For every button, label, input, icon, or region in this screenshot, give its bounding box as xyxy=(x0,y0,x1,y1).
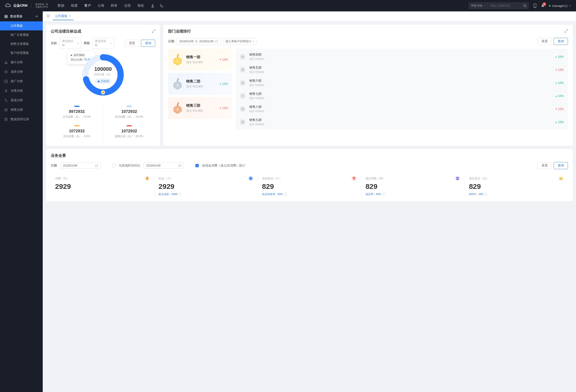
help-icon[interactable]: ? xyxy=(178,193,181,196)
date2-input[interactable]: 2018/01/08 xyxy=(144,162,184,169)
help-icon[interactable]: ? xyxy=(382,193,385,196)
logo-subtitle: 教育机构一站 式服务云平台 xyxy=(35,3,48,8)
phone-icon[interactable] xyxy=(160,4,164,8)
metric-value: 1072932 xyxy=(53,129,101,133)
rank-name: 销售四部 xyxy=(249,53,264,57)
topmenu-item[interactable]: 客户 xyxy=(84,3,91,8)
rank-list-item[interactable]: 5销售五部流水 ¥19020▼ 12% xyxy=(235,63,568,76)
topmenu-item[interactable]: 运营 xyxy=(124,3,131,8)
sidebar-sub-item[interactable]: 销售主管看板 xyxy=(0,39,43,48)
svg-rect-28 xyxy=(456,177,459,180)
sidebar-group-label: 数据看板 xyxy=(10,14,23,19)
search-button[interactable] xyxy=(521,2,529,9)
goal-metric: 1072932超额完成（元）|89.9% xyxy=(103,122,155,141)
rank-list-item[interactable]: 9销售九部流水 ¥19020▲ 10% xyxy=(235,116,568,128)
calendar-icon xyxy=(95,164,98,167)
reset-button[interactable]: 重置 xyxy=(538,162,552,169)
device-icon[interactable] xyxy=(533,3,537,8)
stat-value: 829 xyxy=(262,182,357,190)
compare-checkbox[interactable] xyxy=(112,164,115,167)
stat-item[interactable]: 成交单数（单）829成交率：80% ? xyxy=(361,175,465,197)
expand-icon xyxy=(152,30,155,33)
metric-label: 超额完成（元）|89.9% xyxy=(105,134,153,138)
reset-button[interactable]: 重置 xyxy=(538,38,552,45)
reset-button[interactable]: 重置 xyxy=(125,40,139,47)
stat-icon xyxy=(558,176,564,181)
logo-text: 云朵CRM xyxy=(13,3,28,8)
metric-bar-icon xyxy=(74,125,80,126)
main-area: 公司看板 ✕ 公司业绩目标达成 目标 xyxy=(43,11,576,392)
rank-top-item[interactable]: 3销售三部流水 ¥10,900▼ 12% xyxy=(168,97,232,119)
search-type-select[interactable]: 手机号码 xyxy=(468,2,488,9)
sidebar-group-dashboard[interactable]: 数据看板 xyxy=(0,11,43,21)
svg-rect-26 xyxy=(179,165,181,167)
target-select[interactable]: 请选择目标▾ xyxy=(59,38,81,49)
notification-icon[interactable]: 5 xyxy=(541,4,545,8)
sidebar-sub-item[interactable]: 公司看板 xyxy=(0,21,43,30)
donut-subtitle: 目标总量（元） xyxy=(94,73,112,76)
rank-number: 9 xyxy=(240,119,246,125)
sidebar-item-label: 渠道分析 xyxy=(11,98,23,102)
rank-list-item[interactable]: 6销售六部流水 ¥19020▲ 10% xyxy=(235,76,568,89)
achieved-badge: 已达成 xyxy=(95,79,111,84)
user-menu[interactable]: manager11 xyxy=(549,4,571,8)
rank-name: 销售七部 xyxy=(249,92,264,96)
period-select[interactable]: 请选择周期▾ xyxy=(92,38,114,49)
rank-list-item[interactable]: 4销售四部流水 ¥19020▲ 10% xyxy=(235,50,568,63)
stat-item[interactable]: 成交流水（元）829ARPU：¥80 ? xyxy=(465,175,568,197)
sidebar-sub-item[interactable]: 推广主管看板 xyxy=(0,30,43,39)
goal-card: 公司业绩目标达成 目标 请选择目标▾ 周期 xyxy=(46,25,160,146)
stat-mode-select[interactable]: 按工单客户经理统计▾ xyxy=(223,38,257,45)
close-icon[interactable]: ✕ xyxy=(69,14,71,18)
sidebar-sub-item[interactable]: 客户经理看板 xyxy=(0,48,43,58)
query-button[interactable]: 查询 xyxy=(554,38,568,45)
sidebar-item[interactable]: 渠道分析 xyxy=(0,95,43,105)
cash-checkbox[interactable]: ✓ xyxy=(195,164,199,167)
expand-button[interactable] xyxy=(152,30,155,33)
stat-icon xyxy=(455,176,460,181)
date-from-input[interactable]: 2018/01/08 至 2018/01/08 xyxy=(177,38,221,45)
sidebar-item[interactable]: 数据流转记录 xyxy=(0,115,43,124)
stat-item[interactable]: 有效机会（个）829机会有效率：80% ? xyxy=(258,175,361,197)
logo[interactable]: 云朵CRM 教育机构一站 式服务云平台 xyxy=(5,3,48,8)
svg-rect-7 xyxy=(6,17,7,18)
topmenu-item[interactable]: 报名 xyxy=(138,3,144,8)
query-button[interactable]: 查询 xyxy=(141,40,155,47)
rank-list-item[interactable]: 7销售七部流水 ¥19020▲ 10% xyxy=(235,89,568,102)
rank-top-item[interactable]: 1销售一部流水 ¥10,900▼ 12% xyxy=(168,49,232,71)
search-input[interactable] xyxy=(488,2,521,9)
sidebar-item[interactable]: 推广分析 xyxy=(0,77,43,86)
query-button[interactable]: 查询 xyxy=(554,162,568,169)
stat-item[interactable]: 消费（元）2929 xyxy=(51,175,154,197)
metric-bar-icon xyxy=(127,125,132,126)
date1-input[interactable]: 2018/01/08 xyxy=(60,162,101,169)
expand-button[interactable] xyxy=(565,30,568,33)
stat-label: 成交单数（单） xyxy=(365,177,385,181)
notification-badge: 5 xyxy=(543,2,546,6)
rank-pct: ▼ 12% xyxy=(219,106,228,110)
topmenu-item[interactable]: 公海 xyxy=(98,3,104,8)
rank-amount: 流水 ¥19020 xyxy=(249,57,264,61)
thumbs-up-icon xyxy=(97,80,100,82)
sidebar-item[interactable]: 销售分析 xyxy=(0,105,43,115)
tab-company-board[interactable]: 公司看板 ✕ xyxy=(53,13,73,20)
sidebar-item[interactable]: 漏斗分析 xyxy=(0,58,43,67)
topmenu-item[interactable]: 线索 xyxy=(71,3,78,8)
rank-top-item[interactable]: 2销售二部流水 ¥10,900▲ 10% xyxy=(168,73,232,95)
collapse-sidebar-button[interactable] xyxy=(46,14,51,19)
stat-item[interactable]: 机会（个）2929机会成本：¥948 ? xyxy=(154,175,258,197)
topmenu-item[interactable]: 财务 xyxy=(111,3,117,8)
topmenu-item[interactable]: 数据 xyxy=(58,3,64,8)
sidebar-item[interactable]: 访客分析 xyxy=(0,86,43,95)
svg-rect-18 xyxy=(215,40,218,43)
top-nav: 云朵CRM 教育机构一站 式服务云平台 数据线索客户公海财务运营报名 手机号码 xyxy=(0,0,576,11)
help-icon[interactable]: ? xyxy=(484,193,487,196)
sidebar-item[interactable]: 成本分析 xyxy=(0,67,43,77)
metric-value: 1072932 xyxy=(105,129,153,133)
overview-card: 业务全景 日期 2018/01/08 与其他时间对比 2018/01/08 xyxy=(46,149,573,201)
target-label: 目标 xyxy=(51,41,57,45)
user-icon[interactable] xyxy=(151,4,155,8)
metric-value: 1072932 xyxy=(105,109,153,114)
help-icon[interactable]: ? xyxy=(284,193,287,196)
rank-list-item[interactable]: 8销售八部流水 ¥19020▼ 12% xyxy=(235,102,568,116)
